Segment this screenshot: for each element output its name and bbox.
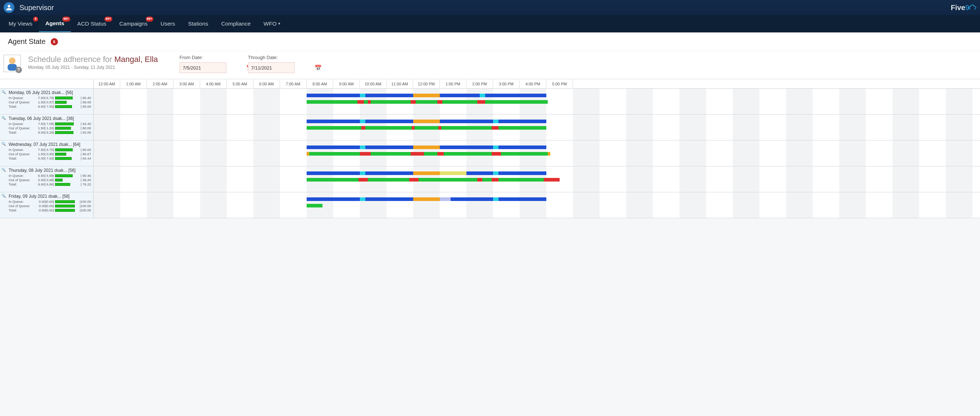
nav-compliance[interactable]: Compliance bbox=[215, 15, 257, 32]
timeline-segment[interactable] bbox=[307, 126, 361, 130]
day-lanes[interactable] bbox=[94, 192, 980, 218]
timeline-segment[interactable] bbox=[309, 152, 360, 156]
day-lanes[interactable] bbox=[94, 166, 980, 192]
timeline-segment[interactable] bbox=[493, 171, 498, 175]
magnify-icon[interactable]: 🔍 bbox=[2, 90, 6, 94]
day-info[interactable]: 🔍Friday, 09 July 2021 dsak... [58]In Que… bbox=[0, 192, 94, 218]
timeline-segment[interactable] bbox=[485, 100, 548, 104]
day-info[interactable]: 🔍Thursday, 08 July 2021 dsak... [56]In Q… bbox=[0, 166, 94, 192]
timeline-segment[interactable] bbox=[307, 178, 358, 182]
magnify-icon[interactable]: 🔍 bbox=[2, 194, 6, 198]
timeline-segment[interactable] bbox=[442, 100, 477, 104]
timeline-segment[interactable] bbox=[307, 120, 360, 123]
timeline-segment[interactable] bbox=[440, 120, 493, 123]
timeline-segment[interactable] bbox=[371, 152, 410, 156]
timeline-segment[interactable] bbox=[307, 100, 357, 104]
timeline-segment[interactable] bbox=[498, 198, 546, 201]
timeline-segment[interactable] bbox=[307, 198, 360, 201]
timeline-segment[interactable] bbox=[424, 152, 437, 156]
magnify-icon[interactable]: 🔍 bbox=[2, 116, 6, 120]
day-info[interactable]: 🔍Tuesday, 06 July 2021 dsak... [36]In Qu… bbox=[0, 115, 94, 140]
timeline-segment[interactable] bbox=[418, 178, 477, 182]
nav-users[interactable]: Users bbox=[154, 15, 181, 32]
timeline-segment[interactable] bbox=[498, 178, 544, 182]
timeline-segment[interactable] bbox=[360, 94, 365, 97]
timeline-segment[interactable] bbox=[440, 198, 450, 201]
timeline-segment[interactable] bbox=[477, 178, 483, 182]
nav-stations[interactable]: Stations bbox=[181, 15, 215, 32]
from-date-input[interactable]: 📅 bbox=[180, 62, 226, 73]
timeline-segment[interactable] bbox=[307, 204, 323, 207]
timeline-segment[interactable] bbox=[360, 198, 365, 201]
timeline-segment[interactable] bbox=[477, 100, 485, 104]
timeline-segment[interactable] bbox=[413, 198, 440, 201]
timeline-segment[interactable] bbox=[492, 126, 498, 130]
timeline-segment[interactable] bbox=[307, 94, 360, 97]
timeline-segment[interactable] bbox=[357, 100, 364, 104]
nav-campaigns[interactable]: Campaigns99+ bbox=[113, 15, 154, 32]
calendar-icon[interactable]: 📅 bbox=[315, 64, 322, 71]
timeline-segment[interactable] bbox=[440, 94, 480, 97]
timeline-segment[interactable] bbox=[358, 178, 368, 182]
timeline-segment[interactable] bbox=[444, 152, 492, 156]
timeline-segment[interactable] bbox=[365, 171, 413, 175]
timeline-segment[interactable] bbox=[368, 178, 409, 182]
timeline-segment[interactable] bbox=[307, 152, 309, 156]
timeline-segment[interactable] bbox=[498, 145, 546, 149]
timeline-segment[interactable] bbox=[440, 145, 493, 149]
timeline-segment[interactable] bbox=[365, 94, 413, 97]
timeline-segment[interactable] bbox=[413, 145, 440, 149]
timeline-segment[interactable] bbox=[361, 126, 365, 130]
timeline-segment[interactable] bbox=[360, 171, 365, 175]
timeline-segment[interactable] bbox=[413, 171, 440, 175]
timeline-segment[interactable] bbox=[360, 120, 365, 123]
timeline-segment[interactable] bbox=[416, 100, 437, 104]
timeline-segment[interactable] bbox=[415, 126, 439, 130]
timeline-segment[interactable] bbox=[466, 171, 493, 175]
nav-acd-status[interactable]: ACD Status99+ bbox=[71, 15, 113, 32]
magnify-icon[interactable]: 🔍 bbox=[2, 168, 6, 172]
timeline-segment[interactable] bbox=[492, 178, 498, 182]
timeline-segment[interactable] bbox=[360, 145, 365, 149]
timeline-segment[interactable] bbox=[493, 145, 498, 149]
timeline-segment[interactable] bbox=[493, 198, 498, 201]
timeline-segment[interactable] bbox=[501, 152, 548, 156]
timeline-segment[interactable] bbox=[365, 126, 412, 130]
timeline-segment[interactable] bbox=[498, 171, 546, 175]
timeline-segment[interactable] bbox=[492, 152, 501, 156]
timeline-segment[interactable] bbox=[307, 145, 360, 149]
day-lanes[interactable] bbox=[94, 89, 980, 114]
timeline-segment[interactable] bbox=[482, 178, 492, 182]
timeline-segment[interactable] bbox=[365, 198, 413, 201]
magnify-icon[interactable]: 🔍 bbox=[2, 142, 6, 146]
timeline-segment[interactable] bbox=[437, 100, 443, 104]
timeline-segment[interactable] bbox=[548, 152, 550, 156]
timeline-segment[interactable] bbox=[409, 178, 418, 182]
nav-my-views[interactable]: My Views6 bbox=[2, 15, 39, 32]
timeline-segment[interactable] bbox=[371, 100, 410, 104]
timeline-segment[interactable] bbox=[438, 126, 441, 130]
timeline-segment[interactable] bbox=[440, 171, 466, 175]
through-date-input[interactable]: 📅 bbox=[248, 62, 295, 73]
timeline-segment[interactable] bbox=[368, 100, 370, 104]
day-lanes[interactable] bbox=[94, 115, 980, 140]
timeline-segment[interactable] bbox=[365, 120, 413, 123]
timeline-segment[interactable] bbox=[365, 145, 413, 149]
timeline-segment[interactable] bbox=[493, 120, 498, 123]
timeline-segment[interactable] bbox=[413, 120, 440, 123]
day-info[interactable]: 🔍Monday, 05 July 2021 dsak... [56]In Que… bbox=[0, 89, 94, 114]
profile-avatar[interactable] bbox=[3, 2, 14, 13]
timeline-segment[interactable] bbox=[480, 94, 485, 97]
timeline-segment[interactable] bbox=[450, 198, 493, 201]
timeline-segment[interactable] bbox=[410, 152, 424, 156]
nav-agents[interactable]: Agents99+ bbox=[39, 15, 71, 32]
timeline-segment[interactable] bbox=[437, 152, 444, 156]
timeline-segment[interactable] bbox=[498, 126, 546, 130]
timeline-segment[interactable] bbox=[364, 100, 368, 104]
timeline-segment[interactable] bbox=[441, 126, 492, 130]
day-lanes[interactable] bbox=[94, 140, 980, 166]
nav-wfo[interactable]: WFO▾ bbox=[257, 15, 286, 32]
through-date-field[interactable] bbox=[248, 65, 315, 70]
timeline-segment[interactable] bbox=[544, 178, 560, 182]
timeline-segment[interactable] bbox=[307, 171, 360, 175]
